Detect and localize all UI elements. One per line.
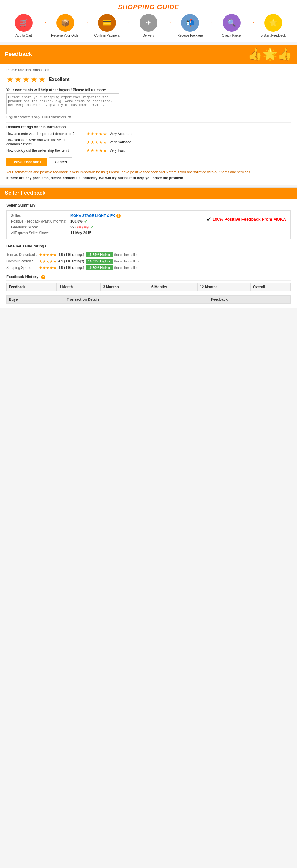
check-icon-positive: ✔ <box>84 219 88 224</box>
rating-answer-2: Very Satisfied <box>110 140 131 144</box>
detailed-rating-row-3: How quickly did the seller ship the item… <box>6 148 291 153</box>
receive-icon: 📬 <box>181 14 199 32</box>
detailed-rating-row-2: How satisfied were you with the sellers … <box>6 138 291 146</box>
info-icon-history: ? <box>41 275 45 279</box>
guide-step-label-delivery: Delivery <box>143 33 154 37</box>
moka-badge-text: 100% Positive Feedback From MOKA <box>213 217 286 222</box>
shipping-than-text: than other sellers <box>114 266 139 270</box>
communication-label: Communication : <box>6 259 39 263</box>
guide-step-label-check: Check Parcel <box>222 33 241 37</box>
guide-step-payment: 💳 Confirm Payment <box>89 14 124 37</box>
history-col-1m: 1 Month <box>57 283 101 291</box>
cancel-button[interactable]: Cancel <box>49 157 72 166</box>
rating-stars-3: ★★★★★ <box>86 148 107 153</box>
seller-rating-row-3: Shipping Speed : ★★★★★ 4.9 (116 ratings)… <box>6 265 291 270</box>
history-title-text: Feedback History <box>6 275 38 279</box>
arrow-5: → <box>208 20 213 32</box>
order-icon: 📦 <box>56 14 74 32</box>
comments-textarea[interactable] <box>6 93 119 114</box>
feedback-star-icon: ⭐ <box>264 14 282 32</box>
guide-step-order: 📦 Receive Your Order <box>48 14 83 37</box>
shipping-score: 4.9 (116 ratings) <box>58 266 84 270</box>
guide-step-cart: 🛒 Add to Cart <box>6 14 41 37</box>
arrow-6: → <box>250 20 255 32</box>
feedback-mascot-icon: 👍🌟👍 <box>248 47 292 61</box>
since-row: AliExpress Seller Since: 11 May 2015 <box>11 231 286 235</box>
positive-label: Positive Feedback (Past 6 months): <box>11 219 70 223</box>
guide-step-feedback: ⭐ 5 Start Feedback <box>256 14 291 37</box>
feedback-header: Feedback 👍🌟👍 <box>0 45 297 63</box>
col-feedback: Feedback <box>208 296 291 304</box>
seller-summary-box: Seller: MOKA STAGE LIGHT & FX i Positive… <box>6 210 291 240</box>
item-than-text: than other sellers <box>114 253 139 256</box>
feedback-section: Feedback 👍🌟👍 Please rate this transactio… <box>0 44 297 185</box>
rating-question-3: How quickly did the seller ship the item… <box>6 148 86 153</box>
item-described-label: Item as Described : <box>6 252 39 257</box>
feedback-note: Your satisfaction and positive feedback … <box>6 170 291 174</box>
guide-step-label-receive: Receive Package <box>177 33 203 37</box>
rating-label: Excellent <box>49 77 69 82</box>
shipping-label: Shipping Speed : <box>6 266 39 270</box>
shipping-higher-badge: 19.80% Higher <box>86 265 113 270</box>
delivery-icon: ✈ <box>140 14 157 32</box>
rating-question-2: How satisfied were you with the sellers … <box>6 138 86 146</box>
seller-name-value: MOKA STAGE LIGHT & FX <box>70 214 115 218</box>
feedback-history: Feedback History ? Feedback 1 Month 3 Mo… <box>6 275 291 291</box>
history-col-12m: 12 Months <box>198 283 251 291</box>
seller-feedback-title: Seller Feedback <box>5 190 46 196</box>
since-value: 11 May 2015 <box>70 231 91 235</box>
seller-feedback-header: Seller Feedback <box>0 188 297 198</box>
arrow-icon: ↙ <box>206 215 211 222</box>
seller-summary-title: Seller Summary <box>6 203 291 208</box>
arrow-4: → <box>167 20 172 32</box>
detailed-rating-row-1: How accurate was the product description… <box>6 131 291 136</box>
feedback-score-row: Feedback Score: 325 ♥♥♥♥♥ ✔ <box>11 225 286 230</box>
star-rating: ★★★★★ Excellent <box>6 74 291 84</box>
guide-title: SHOPPING GUIDE <box>6 3 291 11</box>
rating-stars-2: ★★★★★ <box>86 140 107 145</box>
communication-stars: ★★★★★ <box>39 259 57 264</box>
guide-step-label-order: Receive Your Order <box>51 33 80 37</box>
feedback-history-title: Feedback History ? <box>6 275 291 281</box>
feedback-content: Please rate this transaction. ★★★★★ Exce… <box>0 63 297 185</box>
col-transaction: Transaction Details <box>64 296 208 304</box>
score-hearts: ♥♥♥♥♥ <box>76 225 89 230</box>
item-described-score: 4.9 (116 ratings) <box>58 252 84 257</box>
communication-higher-badge: 16.67% Higher <box>86 259 113 264</box>
feedback-warning: If there are any problems, please contac… <box>6 176 291 180</box>
communication-than-text: than other sellers <box>114 259 139 263</box>
history-col-overall: Overall <box>250 283 291 291</box>
guide-steps: 🛒 Add to Cart → 📦 Receive Your Order → 💳… <box>6 14 291 37</box>
item-higher-badge: 15.84% Higher <box>86 252 113 257</box>
history-table: Feedback 1 Month 3 Months 6 Months 12 Mo… <box>6 283 291 291</box>
buyer-feedback-table: Buyer Transaction Details Feedback <box>6 295 291 304</box>
history-col-6m: 6 Months <box>149 283 198 291</box>
score-label: Feedback Score: <box>11 225 70 229</box>
leave-feedback-button[interactable]: Leave Feedback <box>6 158 47 166</box>
guide-step-check: 🔍 Check Parcel <box>214 14 249 37</box>
guide-step-label-cart: Add to Cart <box>16 33 32 37</box>
check-icon: 🔍 <box>223 14 241 32</box>
rating-answer-1: Very Accurate <box>110 132 131 136</box>
rating-answer-3: Very Fast <box>110 148 125 153</box>
seller-feedback-content: Seller Summary Seller: MOKA STAGE LIGHT … <box>0 198 297 308</box>
check-icon-score: ✔ <box>90 225 94 230</box>
item-described-stars: ★★★★★ <box>39 252 57 257</box>
seller-rating-row-2: Communication : ★★★★★ 4.9 (116 ratings) … <box>6 259 291 264</box>
history-col-feedback: Feedback <box>6 283 57 291</box>
moka-badge: ↙ 100% Positive Feedback From MOKA <box>206 215 286 222</box>
arrow-1: → <box>42 20 47 32</box>
seller-name-label: Seller: <box>11 214 70 218</box>
shopping-guide-section: SHOPPING GUIDE 🛒 Add to Cart → 📦 Receive… <box>0 0 297 42</box>
info-icon: i <box>116 214 121 218</box>
detailed-seller-ratings: Detailed seller ratings Item as Describe… <box>6 244 291 270</box>
detailed-ratings-title: Detailed ratings on this transaction <box>6 122 291 129</box>
guide-step-label-payment: Confirm Payment <box>94 33 120 37</box>
col-buyer: Buyer <box>6 296 64 304</box>
history-col-3m: 3 Months <box>100 283 149 291</box>
shipping-stars: ★★★★★ <box>39 266 57 270</box>
detailed-seller-title: Detailed seller ratings <box>6 244 291 250</box>
comments-label: Your comments will help other buyers! Pl… <box>6 88 291 92</box>
arrow-3: → <box>125 20 130 32</box>
guide-step-delivery: ✈ Delivery <box>131 14 166 37</box>
